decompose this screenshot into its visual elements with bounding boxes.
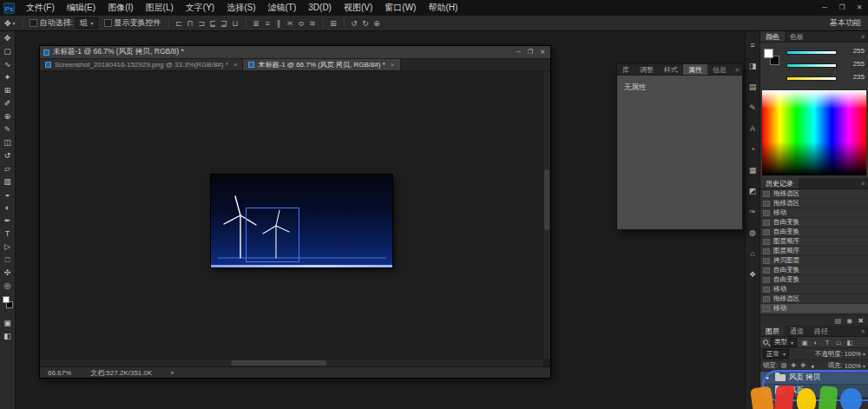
screen-mode-button[interactable]: ◧ [0,329,16,342]
shape-tool[interactable]: □ [0,253,16,266]
history-state[interactable]: 拖移选区 [760,189,868,199]
scrollbar-thumb[interactable] [231,360,326,366]
lock-position-icon[interactable]: ✥ [799,362,806,369]
scrollbar-thumb[interactable] [544,169,549,230]
move-tool[interactable]: ✥ [0,31,16,44]
filter-smart-objects-icon[interactable]: ◧ [845,339,854,346]
distribute-right-icon[interactable]: ≋ [307,19,319,28]
vertical-scrollbar[interactable] [542,71,550,359]
history-state[interactable]: 图层顺序 [760,237,868,247]
menu-help[interactable]: 帮助(H) [422,0,464,16]
tool-preset-picker[interactable]: ✥ ▾ [4,19,16,28]
red-slider[interactable] [786,50,837,55]
green-value[interactable]: 255 [842,60,865,68]
auto-align-layers-icon[interactable]: ⊞ [328,19,339,28]
blend-mode-dropdown[interactable]: 正常 ▾ [763,349,789,359]
delete-state-icon[interactable]: ✖ [858,317,864,325]
adjustments-panel-icon[interactable]: ≡ [745,35,760,56]
marquee-tool[interactable]: ▢ [0,44,16,57]
distribute-left-icon[interactable]: ≍ [285,19,296,28]
lasso-tool[interactable]: ∿ [0,57,16,70]
zoom-level[interactable]: 66.67% [48,369,71,377]
rotate-3d-icon[interactable]: ↺ [349,19,360,28]
status-options-arrow[interactable]: ▸ [171,369,174,376]
auto-select-target-dropdown[interactable]: 组 ▾ [76,17,98,29]
panel-menu-icon[interactable]: ≡ [858,326,868,336]
menu-3d[interactable]: 3D(D) [302,0,338,16]
workspace-switcher[interactable]: 基本功能 [830,17,861,29]
brush-panel-icon[interactable]: ✎ [745,97,760,118]
color-panel-swatches[interactable] [764,49,783,69]
tab-paths[interactable]: 路径 [809,326,833,336]
align-top-edges-icon[interactable]: ⊑ [207,19,219,28]
history-state[interactable]: 拷贝图层 [760,256,868,266]
path-selection-tool[interactable]: ▷ [0,240,16,253]
info-panel-icon[interactable]: ❖ [745,264,760,285]
show-transform-controls-checkbox[interactable] [104,19,112,27]
document-titlebar[interactable]: 未标题-1 @ 66.7% (风页 拷贝, RGB/8) * ─ ❐ ✕ [40,46,550,59]
horizontal-scrollbar[interactable] [40,359,542,366]
type-tool[interactable]: T [0,227,16,240]
create-snapshot-icon[interactable]: ◉ [846,317,852,325]
maximize-button[interactable]: ❐ [833,0,851,16]
character-panel-icon[interactable]: A [745,118,760,139]
menu-edit[interactable]: 编辑(E) [61,0,102,16]
eyedropper-tool[interactable]: ✐ [0,96,16,109]
opacity-value[interactable]: 100% [845,350,861,358]
lock-transparent-pixels-icon[interactable]: ▨ [780,362,787,369]
menu-file[interactable]: 文件(F) [20,0,61,16]
tab-styles[interactable]: 样式 [659,64,683,75]
menu-type[interactable]: 文字(Y) [180,0,220,16]
libraries-panel-icon[interactable]: ▤ [745,76,760,97]
tab-close-icon[interactable]: × [233,61,238,69]
dodge-tool[interactable]: ◐ [0,201,16,214]
filter-type-layers-icon[interactable]: T [823,339,832,346]
align-bottom-edges-icon[interactable]: ⊔ [230,19,241,28]
gradient-panel-icon[interactable]: ◩ [745,181,760,201]
tab-screenshot-png[interactable]: Screenshot_20180416-152929.png @ 33.3%(R… [40,59,243,70]
distribute-top-icon[interactable]: ≣ [251,19,262,28]
menu-view[interactable]: 视图(V) [338,0,378,16]
doc-restore-button[interactable]: ❐ [528,49,533,56]
history-state[interactable]: 移动 [760,208,868,218]
tab-channels[interactable]: 通道 [785,326,809,336]
color-spectrum-picker[interactable] [762,90,866,175]
distribute-bottom-icon[interactable]: ∥ [273,19,285,28]
green-slider[interactable] [786,63,837,68]
foreground-color-swatch[interactable] [3,296,10,303]
hand-tool[interactable]: ✣ [0,266,16,279]
tab-history[interactable]: 历史记录 [760,178,799,188]
blur-tool[interactable]: ◒ [0,188,16,201]
blue-value[interactable]: 235 [842,73,865,81]
history-state[interactable]: 拖移选区 [760,294,868,304]
panel-menu-icon[interactable]: ≡ [858,31,868,42]
minimize-button[interactable]: ─ [816,0,833,16]
tab-untitled-1[interactable]: 未标题-1 @ 66.7% (风页 拷贝, RGB/8#) * × [243,59,400,70]
history-state[interactable]: 自由变换 [760,218,868,228]
pan-3d-icon[interactable]: ⊕ [372,19,383,28]
align-right-edges-icon[interactable]: ⊐ [196,19,207,28]
selection-rectangle[interactable] [246,208,299,262]
pen-tool[interactable]: ✒ [0,214,16,227]
foreground-color-swatch[interactable] [764,49,773,58]
history-state[interactable]: 移动 [760,285,868,294]
tab-layers[interactable]: 图层 [760,326,785,336]
clock-history-panel-icon[interactable]: ◔ [745,139,760,160]
history-state-current[interactable]: 移动 [760,304,868,313]
brush-tool[interactable]: ✎ [0,122,16,135]
distribute-vertical-centers-icon[interactable]: ≡ [262,19,273,28]
filter-adjustment-layers-icon[interactable]: ◐ [812,339,820,346]
menu-layer[interactable]: 图层(L) [140,0,180,16]
tab-color[interactable]: 颜色 [760,31,785,42]
distribute-horizontal-centers-icon[interactable]: ≎ [296,19,307,28]
healing-brush-tool[interactable]: ⊕ [0,109,16,122]
red-value[interactable]: 255 [842,47,865,55]
doc-minimize-button[interactable]: ─ [516,49,521,56]
crop-tool[interactable]: ⊞ [0,83,16,96]
lock-image-pixels-icon[interactable]: ✚ [790,362,797,369]
tab-adjustments[interactable]: 调整 [635,64,659,75]
quick-selection-tool[interactable]: ✦ [0,70,16,83]
auto-select-checkbox[interactable] [30,19,37,27]
align-horizontal-centers-icon[interactable]: ⊓ [185,19,196,28]
history-state[interactable]: 拖移选区 [760,199,868,208]
